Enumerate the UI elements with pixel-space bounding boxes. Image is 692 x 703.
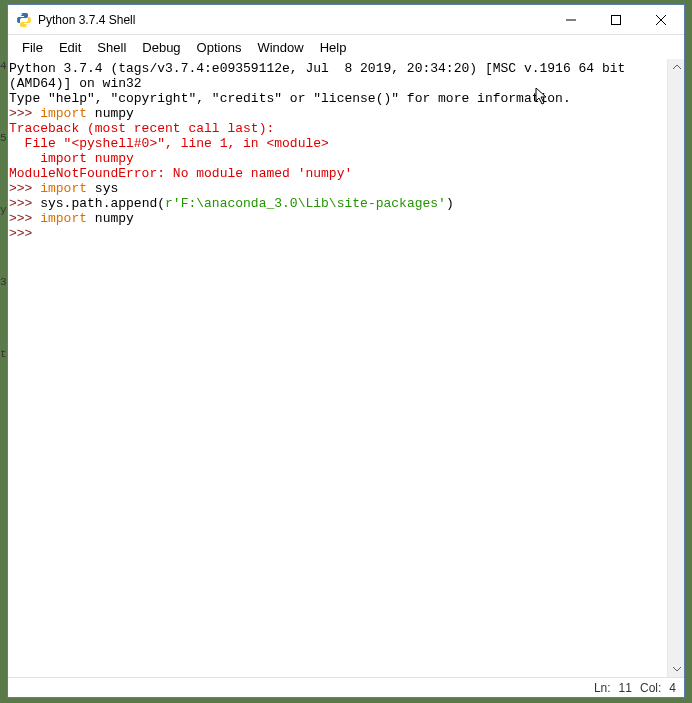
window-controls — [548, 5, 684, 34]
col-value: 4 — [669, 681, 676, 695]
menu-shell[interactable]: Shell — [89, 38, 134, 57]
svg-point-0 — [21, 13, 22, 14]
menu-options[interactable]: Options — [189, 38, 250, 57]
python-icon — [16, 12, 32, 28]
keyword: import — [40, 181, 87, 196]
content-wrap: Python 3.7.4 (tags/v3.7.4:e09359112e, Ju… — [8, 59, 684, 677]
minimize-button[interactable] — [548, 5, 593, 34]
window-title: Python 3.7.4 Shell — [38, 13, 548, 27]
prompt: >>> — [9, 226, 40, 241]
prompt: >>> — [9, 196, 40, 211]
maximize-button[interactable] — [593, 5, 638, 34]
svg-rect-3 — [611, 15, 620, 24]
scroll-up-button[interactable] — [668, 59, 684, 76]
string: r'F:\anaconda_3.0\Lib\site-packages' — [165, 196, 446, 211]
menu-help[interactable]: Help — [312, 38, 355, 57]
code: numpy — [87, 211, 134, 226]
ln-label: Ln: — [594, 681, 611, 695]
menubar: File Edit Shell Debug Options Window Hel… — [8, 35, 684, 59]
close-icon — [656, 15, 666, 25]
banner-line: (AMD64)] on win32 — [9, 76, 142, 91]
statusbar: Ln: 11 Col: 4 — [8, 677, 684, 697]
banner-line: Type "help", "copyright", "credits" or "… — [9, 91, 571, 106]
menu-window[interactable]: Window — [249, 38, 311, 57]
code: sys — [87, 181, 118, 196]
chevron-up-icon — [673, 65, 681, 70]
close-button[interactable] — [638, 5, 684, 34]
menu-file[interactable]: File — [14, 38, 51, 57]
keyword: import — [40, 106, 87, 121]
code: ) — [446, 196, 454, 211]
keyword: import — [40, 211, 87, 226]
code: numpy — [87, 106, 134, 121]
ln-value: 11 — [619, 681, 632, 695]
scroll-down-button[interactable] — [668, 660, 684, 677]
traceback: Traceback (most recent call last): — [9, 121, 274, 136]
code: sys.path.append( — [40, 196, 165, 211]
background-fragment: 4 5 y 3 t — [0, 60, 7, 420]
menu-edit[interactable]: Edit — [51, 38, 89, 57]
banner-line: Python 3.7.4 (tags/v3.7.4:e09359112e, Ju… — [9, 61, 625, 76]
minimize-icon — [566, 15, 576, 25]
traceback: import numpy — [9, 151, 134, 166]
traceback: File "<pyshell#0>", line 1, in <module> — [9, 136, 329, 151]
shell-text-area[interactable]: Python 3.7.4 (tags/v3.7.4:e09359112e, Ju… — [8, 59, 667, 677]
prompt: >>> — [9, 181, 40, 196]
vertical-scrollbar[interactable] — [667, 59, 684, 677]
chevron-down-icon — [673, 666, 681, 671]
traceback: ModuleNotFoundError: No module named 'nu… — [9, 166, 352, 181]
prompt: >>> — [9, 211, 40, 226]
menu-debug[interactable]: Debug — [134, 38, 188, 57]
idle-window: Python 3.7.4 Shell File Edit Shell Debug… — [7, 4, 685, 698]
titlebar[interactable]: Python 3.7.4 Shell — [8, 5, 684, 35]
svg-point-1 — [26, 24, 27, 25]
prompt: >>> — [9, 106, 40, 121]
col-label: Col: — [640, 681, 661, 695]
maximize-icon — [611, 15, 621, 25]
